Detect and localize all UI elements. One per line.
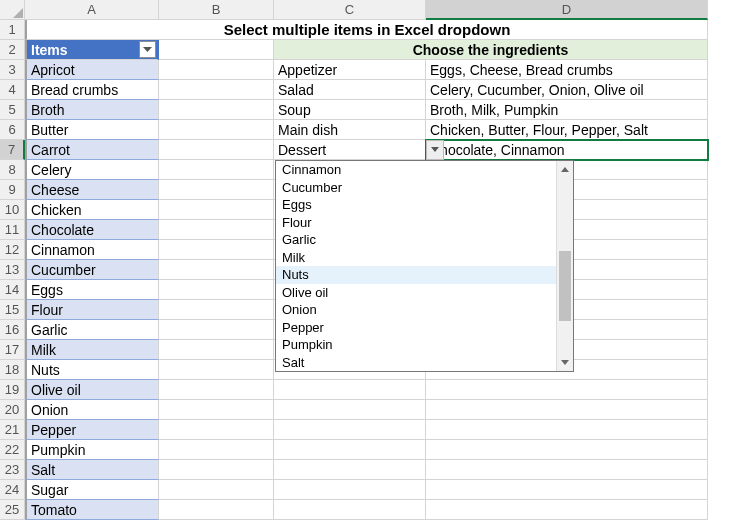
scroll-thumb[interactable] — [559, 251, 571, 321]
row-header-12[interactable]: 12 — [0, 240, 25, 260]
items-cell: Salt — [25, 460, 159, 480]
select-all-corner[interactable] — [0, 0, 25, 20]
row-header-5[interactable]: 5 — [0, 100, 25, 120]
scroll-up-arrow[interactable] — [557, 161, 573, 178]
cell-b2 — [159, 40, 274, 60]
row-header-13[interactable]: 13 — [0, 260, 25, 280]
items-cell: Apricot — [25, 60, 159, 80]
row-header-1[interactable]: 1 — [0, 20, 25, 40]
row-header-8[interactable]: 8 — [0, 160, 25, 180]
dropdown-option[interactable]: Salt — [276, 354, 556, 372]
course-label: Appetizer — [274, 60, 426, 80]
column-header-B[interactable]: B — [159, 0, 274, 20]
cell-c21 — [274, 420, 426, 440]
row-header-6[interactable]: 6 — [0, 120, 25, 140]
cell-b15 — [159, 300, 274, 320]
items-cell: Flour — [25, 300, 159, 320]
cell-d21 — [426, 420, 708, 440]
row-header-23[interactable]: 23 — [0, 460, 25, 480]
ingredients-cell: Chicken, Butter, Flour, Pepper, Salt — [426, 120, 708, 140]
dropdown-option[interactable]: Pumpkin — [276, 336, 556, 354]
cell-b8 — [159, 160, 274, 180]
items-cell: Sugar — [25, 480, 159, 500]
dropdown-option[interactable]: Garlic — [276, 231, 556, 249]
cell-c25 — [274, 500, 426, 520]
cell-b20 — [159, 400, 274, 420]
dropdown-option[interactable]: Eggs — [276, 196, 556, 214]
dropdown-option[interactable]: Olive oil — [276, 284, 556, 302]
column-header-A[interactable]: A — [25, 0, 159, 20]
dropdown-option[interactable]: Onion — [276, 301, 556, 319]
row-header-11[interactable]: 11 — [0, 220, 25, 240]
dropdown-option[interactable]: Cucumber — [276, 179, 556, 197]
row-header-15[interactable]: 15 — [0, 300, 25, 320]
items-cell: Celery — [25, 160, 159, 180]
row-header-19[interactable]: 19 — [0, 380, 25, 400]
cell-d25 — [426, 500, 708, 520]
row-header-24[interactable]: 24 — [0, 480, 25, 500]
cell-b6 — [159, 120, 274, 140]
column-header-D[interactable]: D — [426, 0, 708, 20]
cell-b9 — [159, 180, 274, 200]
row-header-14[interactable]: 14 — [0, 280, 25, 300]
row-header-25[interactable]: 25 — [0, 500, 25, 520]
row-header-21[interactable]: 21 — [0, 420, 25, 440]
cell-b22 — [159, 440, 274, 460]
dropdown-scrollbar[interactable] — [556, 161, 573, 371]
items-cell: Olive oil — [25, 380, 159, 400]
cell-d19 — [426, 380, 708, 400]
items-cell: Cheese — [25, 180, 159, 200]
cell-c24 — [274, 480, 426, 500]
row-header-3[interactable]: 3 — [0, 60, 25, 80]
dropdown-option[interactable]: Pepper — [276, 319, 556, 337]
row-header-9[interactable]: 9 — [0, 180, 25, 200]
cell-b24 — [159, 480, 274, 500]
dropdown-option[interactable]: Nuts — [276, 266, 556, 284]
page-title: Select multiple items in Excel dropdown — [25, 20, 708, 40]
row-header-16[interactable]: 16 — [0, 320, 25, 340]
filter-button[interactable] — [139, 41, 156, 58]
scroll-down-arrow[interactable] — [557, 354, 573, 371]
cell-b19 — [159, 380, 274, 400]
items-cell: Chicken — [25, 200, 159, 220]
ingredients-cell: Broth, Milk, Pumpkin — [426, 100, 708, 120]
ingredients-cell: Eggs, Cheese, Bread crumbs — [426, 60, 708, 80]
dropdown-button[interactable] — [426, 140, 444, 160]
row-header-17[interactable]: 17 — [0, 340, 25, 360]
cell-b18 — [159, 360, 274, 380]
ingredients-cell[interactable]: Chocolate, Cinnamon — [426, 140, 708, 160]
cell-b7 — [159, 140, 274, 160]
cell-b4 — [159, 80, 274, 100]
cell-b11 — [159, 220, 274, 240]
dropdown-option[interactable]: Flour — [276, 214, 556, 232]
cell-b21 — [159, 420, 274, 440]
cell-c23 — [274, 460, 426, 480]
cell-b17 — [159, 340, 274, 360]
cell-d24 — [426, 480, 708, 500]
dropdown-list[interactable]: CinnamonCucumberEggsFlourGarlicMilkNutsO… — [275, 160, 574, 372]
cell-c22 — [274, 440, 426, 460]
items-cell: Broth — [25, 100, 159, 120]
cell-b16 — [159, 320, 274, 340]
dropdown-option[interactable]: Cinnamon — [276, 161, 556, 179]
row-header-2[interactable]: 2 — [0, 40, 25, 60]
items-header: Items — [25, 40, 159, 60]
row-header-22[interactable]: 22 — [0, 440, 25, 460]
cell-b14 — [159, 280, 274, 300]
cell-b5 — [159, 100, 274, 120]
items-cell: Garlic — [25, 320, 159, 340]
row-header-7[interactable]: 7 — [0, 140, 25, 160]
dropdown-option[interactable]: Milk — [276, 249, 556, 267]
items-header-label: Items — [31, 42, 68, 58]
row-header-18[interactable]: 18 — [0, 360, 25, 380]
column-header-C[interactable]: C — [274, 0, 426, 20]
items-cell: Onion — [25, 400, 159, 420]
cell-c19 — [274, 380, 426, 400]
course-label: Dessert — [274, 140, 426, 160]
course-label: Salad — [274, 80, 426, 100]
items-cell: Cinnamon — [25, 240, 159, 260]
row-header-10[interactable]: 10 — [0, 200, 25, 220]
row-header-4[interactable]: 4 — [0, 80, 25, 100]
items-cell: Pepper — [25, 420, 159, 440]
row-header-20[interactable]: 20 — [0, 400, 25, 420]
